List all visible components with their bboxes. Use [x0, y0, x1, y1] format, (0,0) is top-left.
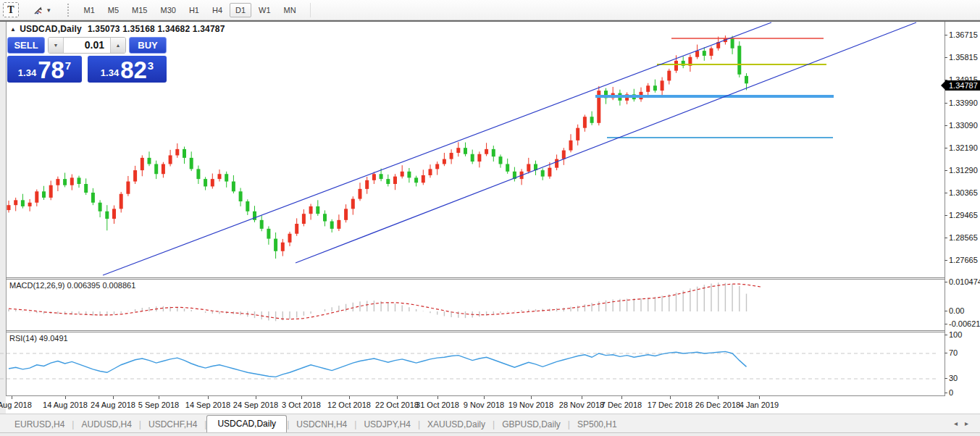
price-label-1.29465: 1.29465 [949, 211, 978, 219]
tab-scroll-left-icon[interactable]: ◂ [954, 419, 965, 427]
timeframe-button-m15[interactable]: M15 [126, 3, 153, 17]
current-price-tag: 1.34787 [945, 80, 980, 91]
rsi-label-70: 70 [949, 348, 958, 357]
symbol-tab-gbpusd[interactable]: GBPUSD,Daily [495, 416, 568, 433]
rsi-indicator-label: RSI(14) 49.0491 [9, 334, 68, 343]
date-tick [531, 396, 532, 399]
date-tick [349, 396, 350, 399]
trading-platform-window: T ▾ M1M5M15M30H1H4D1W1MN ▲USDCAD,Daily1.… [0, 0, 980, 436]
price-label-1.28565: 1.28565 [949, 233, 978, 242]
timeframe-button-h1[interactable]: H1 [183, 3, 205, 17]
date-tick [397, 396, 398, 399]
price-label-1.31290: 1.31290 [949, 166, 978, 175]
price-axis-border [945, 22, 945, 395]
date-label: 19 Nov 2018 [508, 401, 553, 409]
symbol-tab-audusd[interactable]: AUDUSD,H4 [74, 416, 138, 433]
chart-symbol-label: USDCAD,Daily [20, 24, 82, 34]
price-label-1.30365: 1.30365 [949, 188, 978, 197]
date-label: 31 Oct 2018 [416, 401, 459, 409]
ask-price-big: 82 [120, 59, 147, 81]
date-label: 17 Dec 2018 [648, 401, 692, 409]
macd-label--0.006218: -0.006218 [949, 319, 980, 328]
buy-button[interactable]: BUY [129, 37, 167, 54]
tab-scroll-right-icon[interactable]: ▸ [965, 419, 976, 427]
toolbar-separator [310, 3, 311, 17]
symbol-tab-usdcnh[interactable]: USDCNH,H4 [289, 416, 354, 433]
volume-increase-button[interactable]: ▲ [110, 38, 125, 53]
symbol-tab-usdjpy[interactable]: USDJPY,H4 [356, 416, 417, 433]
rsi-label-0: 0 [949, 388, 953, 397]
date-label: 24 Sep 2018 [233, 401, 278, 409]
date-tick [484, 396, 485, 399]
date-tick [208, 396, 209, 399]
price-label-1.32190: 1.32190 [949, 143, 978, 152]
date-label: 2 Aug 2018 [0, 401, 32, 409]
date-tick [718, 396, 719, 399]
price-label-1.35815: 1.35815 [949, 53, 978, 62]
chart-ohlc-values: 1.35073 1.35168 1.34682 1.34787 [88, 24, 225, 34]
price-label-1.33990: 1.33990 [949, 98, 978, 107]
date-tick [759, 396, 760, 399]
ask-price-prefix: 1.34 [101, 67, 119, 78]
date-tick [12, 396, 12, 399]
symbol-tab-eurusd[interactable]: EURUSD,H4 [7, 416, 72, 433]
text-label-tool-button[interactable]: T [3, 2, 19, 17]
date-label: 4 Jan 2019 [740, 401, 779, 409]
date-label: 12 Oct 2018 [327, 401, 371, 409]
date-tick [65, 396, 66, 399]
ask-price-box[interactable]: 1.34 82 3 [88, 56, 167, 83]
symbol-tab-usdcad-active[interactable]: USDCAD,Daily [206, 415, 287, 433]
toolbar-grip-handle[interactable] [67, 4, 72, 17]
date-tick [113, 396, 114, 399]
arrows-tool-icon [33, 4, 44, 16]
date-tick [670, 396, 671, 399]
status-strip [0, 432, 980, 436]
date-label: 22 Oct 2018 [375, 401, 419, 409]
macd-label-0.00: 0.00 [949, 306, 964, 315]
date-tick [301, 396, 302, 399]
volume-decrease-button[interactable]: ▼ [49, 38, 64, 53]
volume-stepper: ▼ 0.01 ▲ [48, 37, 126, 54]
timeframe-button-m30[interactable]: M30 [155, 3, 182, 17]
macd-label-0.010474: 0.010474 [949, 277, 980, 286]
macd-indicator-label: MACD(12,26,9) 0.006395 0.008861 [9, 281, 135, 290]
timeframe-button-mn[interactable]: MN [278, 3, 302, 17]
date-label: 5 Sep 2018 [138, 401, 179, 409]
chart-collapse-icon[interactable]: ▲ [10, 26, 16, 33]
pane-splitter-macd[interactable] [6, 277, 945, 278]
ask-price-pip: 3 [148, 59, 154, 72]
timeframe-button-m1[interactable]: M1 [78, 3, 101, 17]
date-axis[interactable]: 2 Aug 201814 Aug 201824 Aug 20185 Sep 20… [6, 395, 945, 414]
timeframe-button-d1[interactable]: D1 [230, 3, 251, 17]
rsi-label-30: 30 [949, 374, 958, 382]
date-tick [621, 396, 622, 399]
one-click-trading-panel: SELL ▼ 0.01 ▲ BUY 1.34 78 7 1.34 82 3 [7, 37, 167, 83]
timeframe-button-h4[interactable]: H4 [206, 3, 228, 17]
symbol-tab-sp500[interactable]: SP500,H1 [570, 416, 624, 433]
symbol-tab-xauusd[interactable]: XAUUSD,Daily [420, 416, 493, 433]
drawing-tool-dropdown[interactable]: ▾ [30, 2, 53, 18]
price-label-1.36715: 1.36715 [949, 30, 978, 39]
tab-scroll-arrows[interactable]: ◂▸ [954, 419, 976, 427]
date-label: 3 Oct 2018 [282, 401, 321, 409]
date-label: 24 Aug 2018 [91, 401, 135, 409]
sell-button[interactable]: SELL [7, 37, 45, 54]
date-tick [437, 396, 438, 399]
symbol-tab-bar: EURUSD,H4|AUDUSD,H4|USDCHF,H4|USDCAD,Dai… [0, 414, 980, 433]
date-label: 28 Nov 2018 [559, 401, 604, 409]
date-tick [256, 396, 256, 399]
timeframe-button-w1[interactable]: W1 [253, 3, 277, 17]
price-label-1.27665: 1.27665 [949, 256, 978, 264]
pane-splitter-rsi-2 [6, 332, 945, 332]
bid-price-box[interactable]: 1.34 78 7 [7, 56, 82, 83]
symbol-tab-usdchf[interactable]: USDCHF,H4 [141, 416, 204, 433]
date-label: 14 Aug 2018 [43, 401, 88, 409]
date-tick [159, 396, 159, 399]
volume-value[interactable]: 0.01 [64, 38, 110, 53]
pane-splitter-macd-2 [6, 279, 945, 280]
timeframe-toolbar: M1M5M15M30H1H4D1W1MN [78, 3, 303, 17]
date-tick [582, 396, 582, 399]
chart-title: ▲USDCAD,Daily1.35073 1.35168 1.34682 1.3… [10, 24, 225, 34]
timeframe-button-m5[interactable]: M5 [102, 3, 125, 17]
pane-splitter-rsi[interactable] [6, 330, 945, 331]
